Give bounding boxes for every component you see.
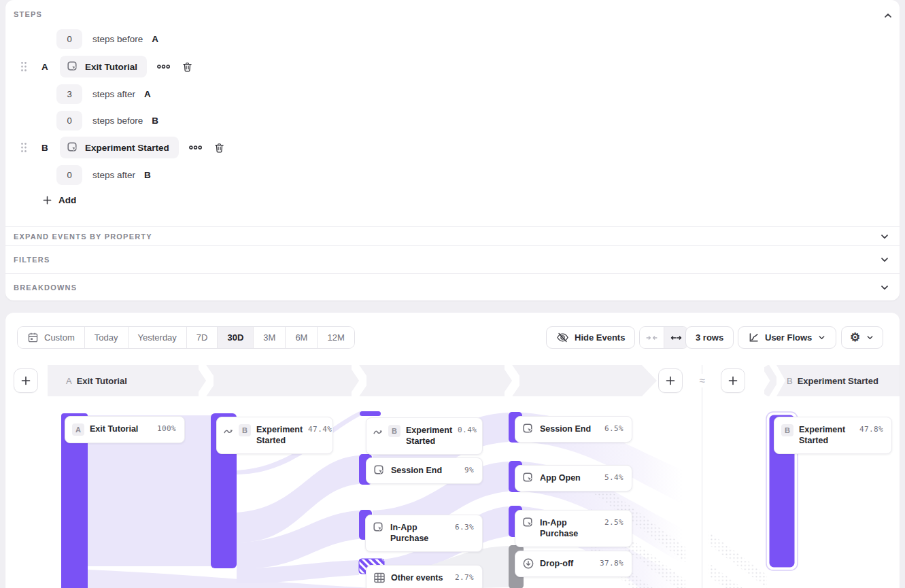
chevron-down-icon: [817, 333, 826, 342]
event-icon: [522, 423, 534, 435]
drag-handle-icon[interactable]: [20, 61, 27, 72]
column-header-b[interactable]: BExperiment Started: [776, 365, 900, 396]
section-expand-events-by-property[interactable]: EXPAND EVENTS BY PROPERTY: [5, 227, 900, 245]
step-letter-chip: A: [72, 423, 84, 436]
other-events-grid-icon: [373, 572, 386, 584]
chevron-down-icon: [879, 254, 890, 265]
steps-count-input[interactable]: 0: [56, 29, 82, 49]
chevron-down-icon: [879, 282, 890, 293]
steps-section-title: STEPS: [14, 10, 42, 18]
column-b-lead-chevron: [764, 365, 776, 396]
node-title: In-App Purchase: [390, 522, 449, 544]
event-icon: [373, 464, 386, 477]
column-header-a[interactable]: AExit Tutorial: [48, 365, 657, 396]
section-breakdowns[interactable]: BREAKDOWNS: [5, 274, 900, 300]
expand-columns-button[interactable]: [664, 327, 688, 348]
flow-node-card[interactable]: B Experiment Started 47.4%: [216, 417, 333, 454]
node-percent: 0.4%: [458, 425, 477, 434]
step-more-button[interactable]: [156, 64, 171, 69]
flow-node-card[interactable]: In-App Purchase 6.3%: [365, 515, 483, 552]
step-event-button[interactable]: Exit Tutorial: [60, 56, 147, 77]
collapse-columns-button[interactable]: [640, 327, 664, 348]
column-separator-chevron: [352, 365, 366, 396]
flow-node-card[interactable]: Session End 6.5%: [515, 416, 632, 443]
date-range-6m[interactable]: 6M: [286, 327, 318, 348]
gear-icon: ⚙: [850, 332, 860, 343]
section-label: EXPAND EVENTS BY PROPERTY: [14, 232, 152, 241]
date-range-label: 30D: [227, 332, 243, 343]
step-letter-chip: B: [781, 424, 793, 436]
node-title: In-App Purchase: [540, 517, 599, 540]
date-range-today[interactable]: Today: [85, 327, 129, 348]
column-separator-chevron: [199, 365, 214, 396]
section-label: FILTERS: [14, 256, 50, 264]
flow-node-card[interactable]: B Experiment Started 47.8%: [774, 417, 892, 454]
steps-count-input[interactable]: 0: [56, 165, 82, 185]
node-percent: 5.4%: [604, 472, 624, 482]
plus-icon: [665, 375, 676, 386]
add-step-button[interactable]: Add: [42, 195, 76, 205]
trash-icon: [214, 142, 225, 154]
step-letter: A: [41, 62, 48, 72]
node-percent: 6.3%: [455, 522, 474, 532]
step-event-button[interactable]: Experiment Started: [60, 137, 179, 158]
drop-off-icon: [522, 557, 534, 570]
date-range-custom[interactable]: Custom: [18, 327, 85, 348]
node-percent: 2.7%: [455, 572, 474, 582]
date-range-yesterday[interactable]: Yesterday: [129, 327, 187, 348]
step-delete-button[interactable]: [182, 61, 193, 73]
date-range-label: 6M: [295, 332, 307, 343]
step-row-b: B Experiment Started: [20, 137, 225, 158]
section-filters[interactable]: FILTERS: [5, 246, 900, 273]
approx-symbol: ≈: [694, 374, 710, 387]
column-letter: A: [66, 376, 72, 386]
chevron-down-icon: [879, 231, 890, 242]
node-title: Drop-off: [540, 558, 573, 569]
date-range-30d-selected[interactable]: 30D: [218, 327, 254, 348]
flow-node-card[interactable]: Session End 9%: [366, 457, 483, 484]
steps-count-label: steps after: [92, 89, 135, 99]
plus-icon: [728, 375, 738, 386]
flow-node-card[interactable]: B Experiment Started 0.4%: [366, 417, 483, 455]
date-range-label: 12M: [327, 332, 344, 343]
flow-node-card[interactable]: Other events 2.7%: [366, 565, 483, 588]
flow-node-card[interactable]: In-App Purchase 2.5%: [515, 510, 632, 547]
node-title: Experiment Started: [799, 424, 854, 447]
node-percent: 47.8%: [859, 424, 883, 434]
flow-section-divider: [702, 365, 702, 588]
steps-count-ref: A: [144, 89, 151, 99]
view-type-dropdown[interactable]: User Flows: [738, 326, 836, 349]
event-icon: [522, 517, 534, 529]
settings-dropdown[interactable]: ⚙: [841, 326, 883, 349]
date-range-3m[interactable]: 3M: [254, 327, 286, 348]
step-more-button[interactable]: [188, 145, 203, 150]
trash-icon: [182, 61, 193, 73]
node-title: Other events: [391, 572, 443, 583]
rows-count-button[interactable]: 3 rows: [685, 326, 734, 349]
add-steps-after-button[interactable]: [658, 368, 683, 393]
node-percent: 6.5%: [604, 423, 624, 433]
steps-count-input[interactable]: 0: [56, 111, 82, 131]
steps-count-row: 0 steps before B: [56, 111, 158, 131]
flow-node-card[interactable]: A Exit Tutorial 100%: [65, 416, 185, 443]
step-row-a: A Exit Tutorial: [20, 56, 193, 77]
steps-count-label: steps after: [92, 170, 135, 180]
calendar-icon: [27, 332, 39, 343]
hide-events-button[interactable]: Hide Events: [546, 326, 635, 349]
drag-handle-icon[interactable]: [20, 142, 27, 153]
add-steps-before-button[interactable]: [721, 368, 745, 393]
step-delete-button[interactable]: [214, 142, 225, 154]
column-name: Exit Tutorial: [77, 376, 127, 386]
flow-node-card[interactable]: Drop-off 37.8%: [515, 551, 632, 577]
step-letter-chip: B: [388, 425, 400, 437]
node-title: App Open: [540, 472, 581, 483]
date-range-7d[interactable]: 7D: [187, 327, 218, 348]
flow-node-card[interactable]: App Open 5.4%: [515, 465, 632, 491]
date-range-12m[interactable]: 12M: [318, 327, 354, 348]
rows-count-label: 3 rows: [696, 332, 723, 343]
hide-events-label: Hide Events: [575, 332, 625, 343]
plus-icon: [42, 195, 52, 205]
add-column-left-button[interactable]: [14, 368, 38, 393]
collapse-steps-chevron-up-icon[interactable]: [883, 10, 893, 21]
steps-count-input[interactable]: 3: [56, 84, 82, 104]
